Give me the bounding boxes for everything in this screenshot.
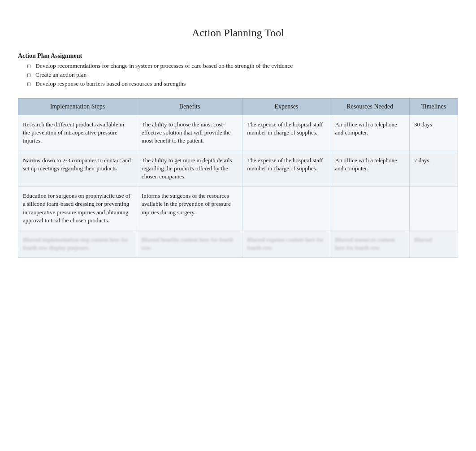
cell-resources-3: Blurred resources content here for fourt…	[330, 230, 410, 257]
bullet-item-1: Develop recommendations for change in sy…	[27, 62, 458, 69]
header-timelines: Timelines	[410, 99, 458, 115]
cell-timelines-0: 30 days	[410, 115, 458, 151]
table-row: Education for surgeons on prophylactic u…	[18, 186, 458, 230]
cell-benefits-3: Blurred benefits content here for fourth…	[137, 230, 242, 257]
cell-benefits-0: The ability to choose the most cost-effe…	[137, 115, 242, 151]
cell-implementation-2: Education for surgeons on prophylactic u…	[18, 186, 137, 230]
page-title: Action Planning Tool	[18, 27, 458, 39]
cell-expenses-2	[242, 186, 330, 230]
cell-resources-0: An office with a telephone and computer.	[330, 115, 410, 151]
cell-expenses-3: Blurred expense content here for fourth …	[242, 230, 330, 257]
header-resources: Resources Needed	[330, 99, 410, 115]
cell-benefits-1: The ability to get more in depth details…	[137, 151, 242, 186]
cell-resources-2	[330, 186, 410, 230]
table-row: Blurred implementation step content here…	[18, 230, 458, 257]
bullet-item-2: Create an action plan	[27, 71, 458, 78]
cell-implementation-0: Research the different products availabl…	[18, 115, 137, 151]
cell-expenses-1: The expense of the hospital staff member…	[242, 151, 330, 186]
cell-resources-1: An office with a telephone and computer.	[330, 151, 410, 186]
bullet-list: Develop recommendations for change in sy…	[18, 62, 458, 87]
table-row: Research the different products availabl…	[18, 115, 458, 151]
cell-timelines-3: Blurred	[410, 230, 458, 257]
header-expenses: Expenses	[242, 99, 330, 115]
cell-benefits-2: Informs the surgeons of the resources av…	[137, 186, 242, 230]
action-table: Implementation Steps Benefits Expenses R…	[18, 98, 458, 258]
assignment-section: Action Plan Assignment Develop recommend…	[18, 52, 458, 87]
cell-implementation-3: Blurred implementation step content here…	[18, 230, 137, 257]
header-implementation: Implementation Steps	[18, 99, 137, 115]
header-benefits: Benefits	[137, 99, 242, 115]
bullet-item-3: Develop response to barriers based on re…	[27, 80, 458, 87]
assignment-label: Action Plan Assignment	[18, 52, 458, 60]
cell-expenses-0: The expense of the hospital staff member…	[242, 115, 330, 151]
cell-timelines-1: 7 days.	[410, 151, 458, 186]
table-header-row: Implementation Steps Benefits Expenses R…	[18, 99, 458, 115]
table-row: Narrow down to 2-3 companies to contact …	[18, 151, 458, 186]
cell-timelines-2	[410, 186, 458, 230]
cell-implementation-1: Narrow down to 2-3 companies to contact …	[18, 151, 137, 186]
